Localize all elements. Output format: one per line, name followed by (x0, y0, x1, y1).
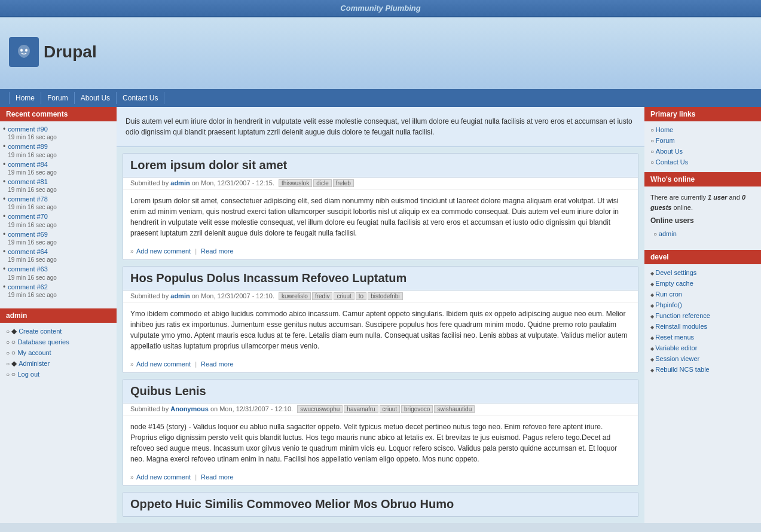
article-meta: Submitted by admin on Mon, 12/31/2007 - … (123, 291, 638, 302)
arrow-icon: » (130, 474, 134, 481)
add-comment-link[interactable]: Add new comment (136, 473, 191, 481)
phpinfo-link[interactable]: Phpinfo() (655, 301, 682, 308)
online-users-list: admin (650, 228, 755, 245)
admin-section-title: admin (0, 308, 117, 323)
list-item: comment #7819 min 16 sec ago (3, 194, 114, 212)
log-out-link[interactable]: Log out (17, 371, 39, 378)
tag: kuwrelislo (279, 292, 311, 300)
comment-link[interactable]: comment #6319 min 16 sec ago (8, 265, 57, 281)
read-more-link[interactable]: Read more (201, 473, 233, 481)
right-sidebar: Primary links Home Forum About Us Contac… (644, 107, 761, 523)
nav-forum[interactable]: Forum (41, 92, 75, 104)
article-actions: » Add new comment | Read more (123, 470, 638, 485)
nav-about[interactable]: About Us (75, 92, 117, 104)
list-item: Function reference (650, 310, 758, 321)
list-item: comment #7019 min 16 sec ago (3, 212, 114, 229)
tag: frediv (312, 292, 332, 300)
comment-link[interactable]: comment #8419 min 16 sec ago (8, 160, 57, 176)
list-item: Phpinfo() (650, 299, 758, 310)
whos-online-content: There are currently 1 user and 0 guests … (644, 189, 761, 250)
online-user-link[interactable]: admin (659, 230, 677, 237)
administer-link[interactable]: Administer (19, 360, 50, 367)
create-content-link[interactable]: Create content (19, 328, 62, 335)
tag: dicle (313, 179, 332, 187)
primary-links-list: Home Forum About Us Contact Us (644, 124, 761, 172)
admin-links-list: ◆ Create content ○ Database queries ○ My… (0, 326, 117, 383)
list-item: Reinstall modules (650, 321, 758, 332)
run-cron-link[interactable]: Run cron (655, 291, 682, 298)
primary-forum-link[interactable]: Forum (656, 137, 675, 144)
article-title: Quibus Lenis (123, 380, 638, 403)
list-item: comment #6319 min 16 sec ago (3, 264, 114, 282)
article-card: Lorem ipsum dolor sit amet Submitted by … (123, 153, 638, 260)
primary-contact-link[interactable]: Contact Us (656, 158, 688, 166)
database-queries-link[interactable]: Database queries (17, 338, 69, 346)
main-content: Duis autem vel eum iriure dolor in hendr… (117, 107, 644, 523)
article-author[interactable]: admin (170, 292, 190, 299)
article-meta: Submitted by admin on Mon, 12/31/2007 - … (123, 178, 638, 189)
article-actions: » Add new comment | Read more (123, 244, 638, 259)
list-item: Variable editor (650, 343, 758, 353)
recent-comments-list: comment #9019 min 16 sec ago comment #89… (0, 124, 117, 302)
article-title: Oppeto Huic Similis Commoveo Melior Mos … (123, 493, 638, 516)
comment-link[interactable]: comment #8919 min 16 sec ago (8, 142, 57, 158)
empty-cache-link[interactable]: Empty cache (655, 280, 693, 287)
add-comment-link[interactable]: Add new comment (136, 247, 191, 255)
primary-home-link[interactable]: Home (656, 126, 673, 133)
comment-link[interactable]: comment #6219 min 16 sec ago (8, 283, 57, 299)
nav-home[interactable]: Home (9, 92, 41, 104)
variable-editor-link[interactable]: Variable editor (655, 344, 697, 351)
meta-submitted: Submitted by (130, 179, 170, 186)
reinstall-modules-link[interactable]: Reinstall modules (655, 323, 707, 330)
list-item: ◆ Create content (6, 326, 114, 337)
tag: swucruswophu (297, 405, 343, 413)
nav-contact[interactable]: Contact Us (117, 92, 164, 104)
tag: thiswuslok (279, 179, 312, 187)
separator: | (195, 473, 197, 481)
article-meta: Submitted by Anonymous on Mon, 12/31/200… (123, 403, 638, 415)
read-more-link[interactable]: Read more (201, 247, 233, 255)
primary-about-link[interactable]: About Us (656, 148, 683, 155)
separator: | (195, 247, 197, 255)
list-item: ○ My account (6, 347, 114, 358)
left-sidebar: Recent comments comment #9019 min 16 sec… (0, 107, 117, 523)
header: Drupal (0, 17, 761, 89)
article-author[interactable]: Anonymous (170, 405, 209, 412)
session-viewer-link[interactable]: Session viewer (655, 355, 699, 362)
comment-link[interactable]: comment #8119 min 16 sec ago (8, 178, 57, 194)
tag: freleb (333, 179, 354, 187)
add-comment-link[interactable]: Add new comment (136, 360, 191, 368)
article-body: Ymo ibidem commodo et abigo lucidus comm… (123, 302, 638, 357)
tag: havamafru (344, 405, 378, 413)
list-item: comment #6419 min 16 sec ago (3, 247, 114, 264)
article-actions: » Add new comment | Read more (123, 357, 638, 372)
tag: swishauutidu (434, 405, 475, 413)
svg-point-2 (25, 48, 27, 51)
online-text-suffix: online. (671, 204, 692, 211)
comment-link[interactable]: comment #7019 min 16 sec ago (8, 212, 57, 228)
my-account-link[interactable]: My account (17, 349, 51, 356)
arrow-icon: » (130, 248, 134, 255)
tag: criuut (380, 405, 400, 413)
meta-date: on Mon, 12/31/2007 - 12:15. (192, 179, 274, 186)
list-item: comment #6919 min 16 sec ago (3, 230, 114, 247)
function-reference-link[interactable]: Function reference (655, 312, 710, 319)
article-tags: thiswuslok dicle freleb (279, 179, 354, 187)
list-item: comment #6219 min 16 sec ago (3, 282, 114, 299)
devel-settings-link[interactable]: Devel settings (655, 269, 696, 276)
article-title: Hos Populus Dolus Incassum Refoveo Lupta… (123, 267, 638, 291)
list-item: Reset menus (650, 332, 758, 343)
read-more-link[interactable]: Read more (201, 360, 233, 368)
online-users-label: Online users (650, 215, 755, 226)
comment-link[interactable]: comment #6919 min 16 sec ago (8, 230, 57, 246)
site-name: Drupal (44, 42, 97, 62)
article-author[interactable]: admin (170, 179, 190, 186)
comment-link[interactable]: comment #9019 min 16 sec ago (8, 125, 57, 141)
article-card: Oppeto Huic Similis Commoveo Melior Mos … (123, 492, 638, 517)
comment-link[interactable]: comment #7819 min 16 sec ago (8, 195, 57, 211)
list-item: comment #8919 min 16 sec ago (3, 142, 114, 159)
rebuild-ncs-link[interactable]: Rebuild NCS table (655, 366, 710, 373)
main-layout: Recent comments comment #9019 min 16 sec… (0, 107, 761, 523)
comment-link[interactable]: comment #6419 min 16 sec ago (8, 247, 57, 264)
reset-menus-link[interactable]: Reset menus (655, 334, 694, 341)
